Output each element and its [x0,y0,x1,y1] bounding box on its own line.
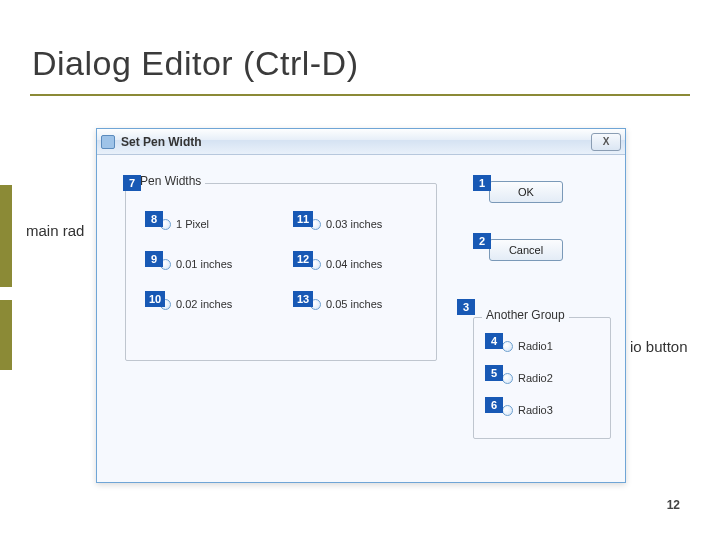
radio-0-02-in[interactable]: 0.02 inches [160,298,232,310]
taborder-tag-5: 5 [485,365,503,381]
close-button[interactable]: X [591,133,621,151]
radio-label: Radio1 [518,340,553,352]
radio-radio2[interactable]: Radio2 [502,372,553,384]
dialog-window: Set Pen Width X Pen Widths 1 Pixel 0.01 … [96,128,626,483]
ok-button[interactable]: OK [489,181,563,203]
taborder-tag-8: 8 [145,211,163,227]
radio-0-04-in[interactable]: 0.04 inches [310,258,382,270]
radio-icon [502,373,513,384]
right-annotation: io button [630,338,688,355]
titlebar[interactable]: Set Pen Width X [97,129,625,155]
taborder-tag-7: 7 [123,175,141,191]
dialog-title: Set Pen Width [121,135,585,149]
radio-label: Radio2 [518,372,553,384]
radio-0-03-in[interactable]: 0.03 inches [310,218,382,230]
taborder-tag-12: 12 [293,251,313,267]
taborder-tag-9: 9 [145,251,163,267]
radio-label: 0.05 inches [326,298,382,310]
radio-0-05-in[interactable]: 0.05 inches [310,298,382,310]
dialog-body[interactable]: Pen Widths 1 Pixel 0.01 inches 0.02 inch… [97,155,625,482]
title-underline [30,94,690,96]
left-annotation: main rad [26,222,84,239]
radio-0-01-in[interactable]: 0.01 inches [160,258,232,270]
taborder-tag-13: 13 [293,291,313,307]
taborder-tag-1: 1 [473,175,491,191]
app-icon [101,135,115,149]
radio-label: 0.03 inches [326,218,382,230]
taborder-tag-3: 3 [457,299,475,315]
radio-icon [502,405,513,416]
radio-icon [502,341,513,352]
group-another-legend: Another Group [482,308,569,322]
group-pen-widths: Pen Widths 1 Pixel 0.01 inches 0.02 inch… [125,183,437,361]
close-icon: X [603,136,610,147]
radio-label: 0.04 inches [326,258,382,270]
cancel-label: Cancel [509,244,543,256]
accent-bar [0,185,12,287]
taborder-tag-2: 2 [473,233,491,249]
taborder-tag-4: 4 [485,333,503,349]
page-number: 12 [667,498,680,512]
radio-1-pixel[interactable]: 1 Pixel [160,218,209,230]
taborder-tag-11: 11 [293,211,313,227]
radio-label: 0.02 inches [176,298,232,310]
radio-radio1[interactable]: Radio1 [502,340,553,352]
group-pen-legend: Pen Widths [136,174,205,188]
radio-radio3[interactable]: Radio3 [502,404,553,416]
radio-label: 0.01 inches [176,258,232,270]
accent-bar [0,300,12,370]
page-title: Dialog Editor (Ctrl-D) [32,44,359,83]
ok-label: OK [518,186,534,198]
taborder-tag-6: 6 [485,397,503,413]
radio-label: Radio3 [518,404,553,416]
taborder-tag-10: 10 [145,291,165,307]
radio-label: 1 Pixel [176,218,209,230]
cancel-button[interactable]: Cancel [489,239,563,261]
